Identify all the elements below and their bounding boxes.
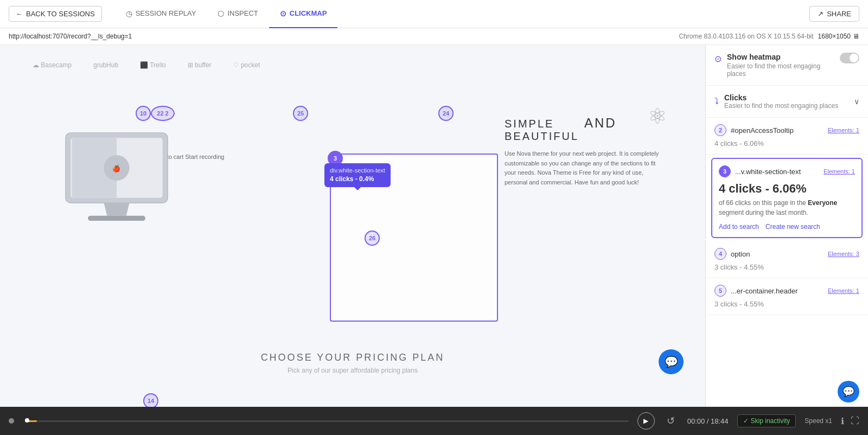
heatmap-dot-24[interactable]: 24 — [438, 106, 454, 121]
heading-simple: SIMPLE — [505, 118, 579, 130]
item-description-3: of 66 clicks on this page in the Everyon… — [719, 198, 855, 218]
item-number-2: 2 — [714, 124, 726, 136]
item-selector-3: ...v.white-section-text — [735, 168, 801, 176]
item-clicks-2: 4 clicks - 6.06% — [714, 139, 859, 148]
back-arrow-icon: ← — [16, 10, 23, 18]
item-elements-2[interactable]: Elements: 1 — [828, 127, 859, 133]
clicks-section: ⤵ Clicks Easier to find the most engagin… — [706, 86, 868, 118]
share-icon: ↗ — [818, 10, 824, 18]
replay-button[interactable]: ↺ — [663, 413, 679, 428]
heatmap-dot-10[interactable]: 10 — [136, 106, 151, 121]
svg-rect-4 — [88, 216, 145, 221]
sidebar-heatmap-subtitle: Easier to find the most engaging places — [727, 62, 840, 78]
item-clicks-4: 3 clicks - 4.55% — [714, 263, 859, 271]
top-nav: ← BACK TO SESSIONS ◷ SESSION REPLAY ⬡ IN… — [0, 0, 868, 28]
session-replay-icon: ◷ — [126, 9, 132, 18]
heatmap-dot-25[interactable]: 25 — [293, 106, 308, 121]
browser-info: Chrome 83.0.4103.116 on OS X 10.15.5 64-… — [679, 33, 859, 40]
trello-logo: ⬛ Trello — [140, 61, 166, 69]
grubhub-logo: grubHub — [93, 61, 118, 69]
heatmap-dot-22-2[interactable]: 22 2 — [151, 106, 175, 121]
brand-bar: ☁ Basecamp grubHub ⬛ Trello ⊞ buffer ♡ p… — [33, 61, 673, 69]
item-number-4: 4 — [714, 248, 726, 260]
info-icon[interactable]: ℹ — [841, 416, 844, 426]
item-selector-5: ...er-container.header — [731, 287, 798, 295]
item-elements-4[interactable]: Elements: 3 — [828, 251, 859, 257]
clicks-header-left: ⤵ Clicks Easier to find the most engagin… — [714, 93, 838, 110]
clicks-text: Clicks Easier to find the most engaging … — [724, 93, 838, 110]
clickmap-icon: ⊙ — [280, 9, 286, 18]
page-inner: ☁ Basecamp grubHub ⬛ Trello ⊞ buffer ♡ p… — [0, 45, 705, 407]
chevron-down-icon: ∨ — [854, 97, 859, 106]
item-stats-3: 4 clicks - 6.06% — [719, 182, 855, 196]
tab-inspect[interactable]: ⬡ INSPECT — [207, 0, 269, 28]
add-to-search-link[interactable]: Add to search — [719, 223, 759, 231]
pricing-title: CHOOSE YOUR PRICING PLAN — [244, 352, 461, 363]
tooltip-clicks: 4 clicks - 0.4% — [330, 175, 385, 184]
clicks-subtitle: Easier to find the most engaging places — [724, 102, 838, 110]
click-item-4-left: 4 option — [714, 248, 750, 260]
check-icon: ✓ — [743, 417, 749, 425]
click-item-4: 4 option Elements: 3 3 clicks - 4.55% — [706, 241, 868, 278]
click-item-2: 2 #openAccessTooltip Elements: 1 4 click… — [706, 118, 868, 155]
bottom-right-controls: ℹ ⛶ — [841, 416, 859, 426]
buffer-logo: ⊞ buffer — [188, 61, 212, 69]
heatmap-dot-14[interactable]: 14 — [143, 393, 158, 407]
url-display: http://localhost:7070/record?__ls_debug=… — [9, 33, 132, 40]
svg-text:🍎: 🍎 — [113, 165, 121, 172]
item-elements-3[interactable]: Elements: 1 — [824, 168, 855, 175]
inspect-icon: ⬡ — [218, 9, 224, 18]
chat-bubble[interactable]: 💬 — [659, 349, 684, 374]
page-body-text: Use Nova theme for your next web project… — [505, 149, 667, 187]
create-new-search-link[interactable]: Create new search — [765, 223, 820, 231]
progress-dot — [25, 418, 29, 423]
share-button[interactable]: ↗ SHARE — [809, 6, 859, 22]
item-selector-2: #openAccessTooltip — [731, 126, 794, 135]
mac-image: 🍎 — [38, 116, 195, 246]
sidebar-heatmap-left: ⊙ Show heatmap Easier to find the most e… — [714, 53, 840, 78]
sidebar-heatmap-title: Show heatmap — [727, 53, 840, 61]
item-number-5: 5 — [714, 285, 726, 297]
play-button[interactable]: ▶ — [637, 412, 655, 430]
click-item-2-header: 2 #openAccessTooltip Elements: 1 — [714, 124, 859, 136]
click-item-5-left: 5 ...er-container.header — [714, 285, 798, 297]
sidebar-heatmap-header: ⊙ Show heatmap Easier to find the most e… — [706, 45, 868, 86]
monitor-icon: 🖥 — [853, 33, 859, 40]
sidebar: ⊙ Show heatmap Easier to find the most e… — [705, 45, 868, 407]
pricing-section: CHOOSE YOUR PRICING PLAN Pick any of our… — [244, 352, 461, 374]
click-item-3-header: 3 ...v.white-section-text Elements: 1 — [719, 165, 855, 177]
clicks-icon: ⤵ — [714, 97, 719, 106]
heatmap-toggle[interactable] — [840, 53, 859, 63]
click-item-4-header: 4 option Elements: 3 — [714, 248, 859, 260]
clicks-header[interactable]: ⤵ Clicks Easier to find the most engagin… — [706, 86, 868, 117]
pricing-subtitle: Pick any of our super affordable pricing… — [244, 367, 461, 374]
atom-icon: ⚛ — [648, 104, 667, 129]
record-indicator — [9, 418, 14, 424]
tab-session-replay[interactable]: ◷ SESSION REPLAY — [115, 0, 207, 28]
page-text-section: SIMPLE BEAUTIFUL AND Use Nova theme for … — [505, 116, 667, 187]
sidebar-chat-button[interactable]: 💬 — [838, 381, 859, 402]
item-number-3: 3 — [719, 165, 731, 177]
item-clicks-5: 3 clicks - 4.55% — [714, 300, 859, 308]
item-selector-4: option — [731, 250, 750, 258]
url-bar: http://localhost:7070/record?__ls_debug=… — [0, 28, 868, 45]
back-button[interactable]: ← BACK TO SESSIONS — [9, 6, 102, 22]
tooltip-selector: div.white-section-text — [330, 167, 385, 175]
click-tooltip: div.white-section-text 4 clicks - 0.4% — [324, 163, 391, 187]
progress-track[interactable] — [25, 420, 629, 422]
item-elements-5[interactable]: Elements: 1 — [828, 287, 859, 294]
tab-clickmap[interactable]: ⊙ CLICKMAP — [269, 0, 338, 28]
click-item-3: 3 ...v.white-section-text Elements: 1 4 … — [711, 158, 863, 238]
nav-tabs: ◷ SESSION REPLAY ⬡ INSPECT ⊙ CLICKMAP — [115, 0, 810, 28]
heatmap-icon: ⊙ — [714, 54, 722, 64]
skip-inactivity-button[interactable]: ✓ Skip inactivity — [737, 414, 796, 427]
heatmap-dot-26[interactable]: 26 — [365, 231, 380, 246]
fullscreen-icon[interactable]: ⛶ — [851, 416, 859, 426]
click-item-2-left: 2 #openAccessTooltip — [714, 124, 794, 136]
svg-marker-3 — [104, 203, 129, 216]
basecamp-logo: ☁ Basecamp — [33, 61, 72, 69]
page-viewer: ☁ Basecamp grubHub ⬛ Trello ⊞ buffer ♡ p… — [0, 45, 705, 407]
item-actions-3: Add to search Create new search — [719, 223, 855, 231]
main-content: ☁ Basecamp grubHub ⬛ Trello ⊞ buffer ♡ p… — [0, 45, 868, 407]
speed-label: Speed x1 — [805, 417, 832, 425]
